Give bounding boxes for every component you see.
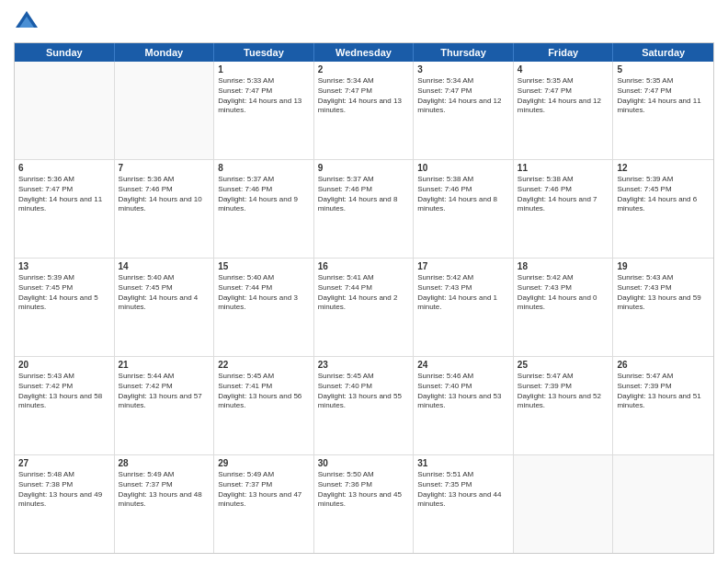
day-cell-20: 20Sunrise: 5:43 AM Sunset: 7:42 PM Dayli… xyxy=(15,357,115,454)
day-number: 6 xyxy=(18,163,110,173)
calendar-body: 1Sunrise: 5:33 AM Sunset: 7:47 PM Daylig… xyxy=(15,62,713,553)
day-cell-25: 25Sunrise: 5:47 AM Sunset: 7:39 PM Dayli… xyxy=(514,357,614,454)
day-info: Sunrise: 5:41 AM Sunset: 7:44 PM Dayligh… xyxy=(318,273,410,313)
day-info: Sunrise: 5:40 AM Sunset: 7:45 PM Dayligh… xyxy=(119,273,210,313)
day-cell-16: 16Sunrise: 5:41 AM Sunset: 7:44 PM Dayli… xyxy=(314,259,415,356)
week-row-3: 20Sunrise: 5:43 AM Sunset: 7:42 PM Dayli… xyxy=(15,357,713,455)
day-info: Sunrise: 5:48 AM Sunset: 7:38 PM Dayligh… xyxy=(18,470,110,510)
day-info: Sunrise: 5:50 AM Sunset: 7:36 PM Dayligh… xyxy=(318,470,410,510)
day-info: Sunrise: 5:49 AM Sunset: 7:37 PM Dayligh… xyxy=(119,470,210,510)
day-cell-24: 24Sunrise: 5:46 AM Sunset: 7:40 PM Dayli… xyxy=(414,357,514,454)
header-day-wednesday: Wednesday xyxy=(314,43,415,62)
day-info: Sunrise: 5:37 AM Sunset: 7:46 PM Dayligh… xyxy=(318,175,410,214)
day-cell-1: 1Sunrise: 5:33 AM Sunset: 7:47 PM Daylig… xyxy=(214,62,314,159)
day-number: 7 xyxy=(119,163,210,173)
day-number: 2 xyxy=(318,64,410,75)
week-row-2: 13Sunrise: 5:39 AM Sunset: 7:45 PM Dayli… xyxy=(15,259,713,357)
day-number: 8 xyxy=(218,163,310,173)
day-info: Sunrise: 5:45 AM Sunset: 7:40 PM Dayligh… xyxy=(318,372,410,411)
day-info: Sunrise: 5:40 AM Sunset: 7:44 PM Dayligh… xyxy=(218,273,310,313)
empty-cell xyxy=(514,455,614,553)
day-info: Sunrise: 5:46 AM Sunset: 7:40 PM Dayligh… xyxy=(417,372,509,411)
empty-cell xyxy=(115,62,215,159)
day-number: 19 xyxy=(617,261,710,271)
day-cell-14: 14Sunrise: 5:40 AM Sunset: 7:45 PM Dayli… xyxy=(115,259,215,356)
day-info: Sunrise: 5:38 AM Sunset: 7:46 PM Dayligh… xyxy=(417,175,509,214)
day-number: 31 xyxy=(417,458,509,468)
day-info: Sunrise: 5:42 AM Sunset: 7:43 PM Dayligh… xyxy=(417,273,509,313)
day-number: 25 xyxy=(518,360,609,370)
day-number: 3 xyxy=(417,64,509,75)
day-number: 16 xyxy=(318,261,410,271)
header-day-monday: Monday xyxy=(115,43,215,62)
day-cell-8: 8Sunrise: 5:37 AM Sunset: 7:46 PM Daylig… xyxy=(214,160,314,258)
day-info: Sunrise: 5:47 AM Sunset: 7:39 PM Dayligh… xyxy=(617,372,710,411)
day-number: 9 xyxy=(318,163,410,173)
day-cell-9: 9Sunrise: 5:37 AM Sunset: 7:46 PM Daylig… xyxy=(314,160,415,258)
day-cell-31: 31Sunrise: 5:51 AM Sunset: 7:35 PM Dayli… xyxy=(414,455,514,553)
day-cell-17: 17Sunrise: 5:42 AM Sunset: 7:43 PM Dayli… xyxy=(414,259,514,356)
day-cell-6: 6Sunrise: 5:36 AM Sunset: 7:47 PM Daylig… xyxy=(15,160,115,258)
day-info: Sunrise: 5:44 AM Sunset: 7:42 PM Dayligh… xyxy=(119,372,210,411)
day-cell-3: 3Sunrise: 5:34 AM Sunset: 7:47 PM Daylig… xyxy=(414,62,514,159)
day-cell-10: 10Sunrise: 5:38 AM Sunset: 7:46 PM Dayli… xyxy=(414,160,514,258)
day-number: 11 xyxy=(518,163,609,173)
day-cell-13: 13Sunrise: 5:39 AM Sunset: 7:45 PM Dayli… xyxy=(15,259,115,356)
day-cell-29: 29Sunrise: 5:49 AM Sunset: 7:37 PM Dayli… xyxy=(214,455,314,553)
day-number: 15 xyxy=(218,261,310,271)
day-info: Sunrise: 5:33 AM Sunset: 7:47 PM Dayligh… xyxy=(218,76,310,116)
day-cell-11: 11Sunrise: 5:38 AM Sunset: 7:46 PM Dayli… xyxy=(514,160,614,258)
header-day-thursday: Thursday xyxy=(414,43,514,62)
day-number: 14 xyxy=(119,261,210,271)
day-number: 21 xyxy=(119,360,210,370)
day-cell-15: 15Sunrise: 5:40 AM Sunset: 7:44 PM Dayli… xyxy=(214,259,314,356)
day-number: 28 xyxy=(119,458,210,468)
header xyxy=(14,9,714,35)
day-cell-19: 19Sunrise: 5:43 AM Sunset: 7:43 PM Dayli… xyxy=(613,259,713,356)
logo-icon xyxy=(14,9,40,35)
day-info: Sunrise: 5:42 AM Sunset: 7:43 PM Dayligh… xyxy=(518,273,609,313)
day-number: 20 xyxy=(18,360,110,370)
day-cell-18: 18Sunrise: 5:42 AM Sunset: 7:43 PM Dayli… xyxy=(514,259,614,356)
calendar-header: SundayMondayTuesdayWednesdayThursdayFrid… xyxy=(15,43,713,62)
logo xyxy=(14,9,43,35)
day-info: Sunrise: 5:45 AM Sunset: 7:41 PM Dayligh… xyxy=(218,372,310,411)
day-cell-7: 7Sunrise: 5:36 AM Sunset: 7:46 PM Daylig… xyxy=(115,160,215,258)
day-number: 27 xyxy=(18,458,110,468)
day-number: 23 xyxy=(318,360,410,370)
day-number: 24 xyxy=(417,360,509,370)
day-number: 5 xyxy=(617,64,710,75)
day-number: 4 xyxy=(518,64,609,75)
day-cell-5: 5Sunrise: 5:35 AM Sunset: 7:47 PM Daylig… xyxy=(613,62,713,159)
day-cell-22: 22Sunrise: 5:45 AM Sunset: 7:41 PM Dayli… xyxy=(214,357,314,454)
header-day-sunday: Sunday xyxy=(15,43,115,62)
day-info: Sunrise: 5:38 AM Sunset: 7:46 PM Dayligh… xyxy=(518,175,609,214)
day-number: 1 xyxy=(218,64,310,75)
header-day-tuesday: Tuesday xyxy=(214,43,314,62)
day-info: Sunrise: 5:49 AM Sunset: 7:37 PM Dayligh… xyxy=(218,470,310,510)
day-info: Sunrise: 5:39 AM Sunset: 7:45 PM Dayligh… xyxy=(617,175,710,214)
day-info: Sunrise: 5:43 AM Sunset: 7:42 PM Dayligh… xyxy=(18,372,110,411)
day-number: 17 xyxy=(417,261,509,271)
week-row-4: 27Sunrise: 5:48 AM Sunset: 7:38 PM Dayli… xyxy=(15,455,713,553)
day-number: 26 xyxy=(617,360,710,370)
day-number: 18 xyxy=(518,261,609,271)
day-number: 29 xyxy=(218,458,310,468)
day-info: Sunrise: 5:35 AM Sunset: 7:47 PM Dayligh… xyxy=(518,76,609,116)
day-info: Sunrise: 5:51 AM Sunset: 7:35 PM Dayligh… xyxy=(417,470,509,510)
day-info: Sunrise: 5:35 AM Sunset: 7:47 PM Dayligh… xyxy=(617,76,710,116)
day-cell-27: 27Sunrise: 5:48 AM Sunset: 7:38 PM Dayli… xyxy=(15,455,115,553)
day-info: Sunrise: 5:34 AM Sunset: 7:47 PM Dayligh… xyxy=(318,76,410,116)
day-info: Sunrise: 5:37 AM Sunset: 7:46 PM Dayligh… xyxy=(218,175,310,214)
empty-cell xyxy=(613,455,713,553)
day-info: Sunrise: 5:36 AM Sunset: 7:46 PM Dayligh… xyxy=(119,175,210,214)
day-number: 13 xyxy=(18,261,110,271)
day-number: 30 xyxy=(318,458,410,468)
day-cell-26: 26Sunrise: 5:47 AM Sunset: 7:39 PM Dayli… xyxy=(613,357,713,454)
day-info: Sunrise: 5:34 AM Sunset: 7:47 PM Dayligh… xyxy=(417,76,509,116)
day-cell-23: 23Sunrise: 5:45 AM Sunset: 7:40 PM Dayli… xyxy=(314,357,415,454)
day-info: Sunrise: 5:43 AM Sunset: 7:43 PM Dayligh… xyxy=(617,273,710,313)
day-number: 10 xyxy=(417,163,509,173)
empty-cell xyxy=(15,62,115,159)
day-cell-12: 12Sunrise: 5:39 AM Sunset: 7:45 PM Dayli… xyxy=(613,160,713,258)
